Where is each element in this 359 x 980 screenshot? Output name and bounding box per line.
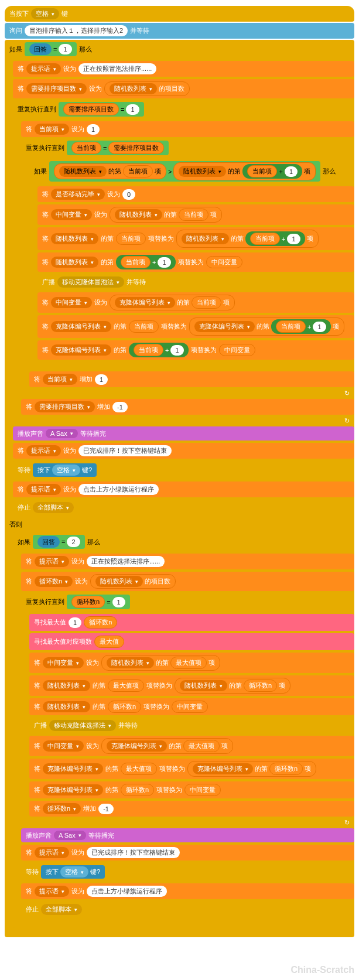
play-sound-2[interactable]: 播放声音 A Sax 等待播完 <box>21 828 354 842</box>
label: 键 <box>61 9 68 18</box>
broadcast-bubble[interactable]: 广播 移动克隆体冒泡法 并等待 <box>37 274 354 290</box>
if-answer-2[interactable]: 如果 回答 = 2 那么 将 提示语 设为 正在按照选择法排序...... 将 … <box>13 532 354 928</box>
label: 当按下 <box>9 9 29 18</box>
length-of-list[interactable]: 随机数列表 的项目数 <box>104 81 190 96</box>
set-needsort[interactable]: 将 需要排序项目数 设为 随机数列表 的项目数 <box>13 79 354 98</box>
ask-and-wait-block[interactable]: 询问 冒泡排序输入１，选择排序输入2 并等待 <box>5 23 354 39</box>
set-tip[interactable]: 将 提示语 设为 正在按照冒泡法排序...... <box>13 61 354 77</box>
if-answer-1[interactable]: 如果 回答 = 1 那么 将 提示语 设为 正在按照冒泡法排序...... 将 … <box>5 40 354 937</box>
custom-find-max[interactable]: 寻找最大值 1 循环数n <box>29 614 354 631</box>
equals-operator[interactable]: 回答 = 1 <box>25 42 77 56</box>
wait-until-1[interactable]: 等待 按下 空格 键? <box>13 461 354 479</box>
play-sound-1[interactable]: 播放声音 A Sax 等待播完 <box>13 426 354 441</box>
if-compare[interactable]: 如果 随机数列表 的第 当前项 项 > <box>29 159 354 370</box>
repeat-until-select[interactable]: 重复执行直到 循环数n = 1 寻找最大值 1 循环数n <box>21 592 354 827</box>
stop-1[interactable]: 停止 全部脚本 <box>13 500 354 515</box>
repeat-until-inner[interactable]: 重复执行直到 当前项 = 需要排序项目数 如果 <box>21 138 354 398</box>
set-current-1[interactable]: 将 当前项 设为 1 <box>21 121 354 137</box>
hat-when-key-pressed[interactable]: 当按下 空格 键 <box>5 6 354 22</box>
wait-until-2[interactable]: 等待 按下 空格 键? <box>21 863 354 881</box>
answer-reporter[interactable]: 回答 <box>29 43 52 55</box>
gt-operator[interactable]: 随机数列表 的第 当前项 项 > 随机数列表 的第 <box>49 161 320 182</box>
key-dropdown[interactable]: 空格 <box>31 8 59 19</box>
repeat-until-outer[interactable]: 重复执行直到 需要排序项目数 = 1 将 当前项 设为 1 重复执行直到 <box>13 100 354 425</box>
stop-2[interactable]: 停止 全部脚本 <box>21 902 354 917</box>
broadcast-select[interactable]: 广播 移动克隆体选择法 并等待 <box>29 718 354 733</box>
ask-text-input[interactable]: 冒泡排序输入１，选择排序输入2 <box>25 25 128 36</box>
custom-find-max-idx[interactable]: 寻找最大值对应项数 最大值 <box>29 633 354 650</box>
